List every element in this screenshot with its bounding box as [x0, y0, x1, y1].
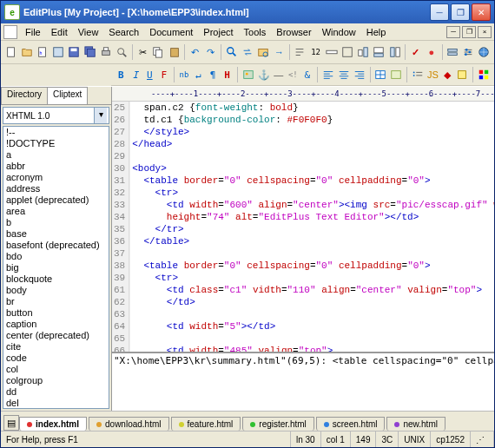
- cliptext-item[interactable]: center (deprecated): [3, 330, 109, 341]
- color-button[interactable]: [477, 65, 491, 84]
- document-tab[interactable]: feature.html: [171, 417, 241, 431]
- nbsp-button[interactable]: nb: [178, 65, 191, 84]
- comment-button[interactable]: <!: [287, 65, 300, 84]
- cliptext-item[interactable]: button: [3, 307, 109, 319]
- applet-button[interactable]: ◆: [441, 65, 454, 84]
- menu-window[interactable]: Window: [317, 25, 361, 39]
- findfiles-button[interactable]: [256, 43, 271, 62]
- new-html-button[interactable]: h: [35, 43, 50, 62]
- find-button[interactable]: [224, 43, 239, 62]
- undo-button[interactable]: ↶: [188, 43, 202, 62]
- align-center-button[interactable]: [337, 65, 351, 84]
- document-tab[interactable]: index.html: [19, 417, 87, 431]
- menu-tools[interactable]: Tools: [239, 25, 272, 39]
- record-macro-button[interactable]: ●: [424, 43, 439, 62]
- document-tab[interactable]: screen.html: [316, 417, 386, 431]
- cliptext-item[interactable]: del: [3, 398, 109, 409]
- goto-button[interactable]: →: [272, 43, 287, 62]
- ruler-button[interactable]: [324, 43, 339, 62]
- paste-button[interactable]: [167, 43, 182, 62]
- menu-file[interactable]: File: [20, 25, 46, 39]
- anchor-button[interactable]: ⚓: [257, 65, 271, 84]
- mdi-doc-icon[interactable]: [3, 25, 17, 39]
- table-button[interactable]: [373, 65, 387, 84]
- align-right-button[interactable]: [353, 65, 366, 84]
- preferences-button[interactable]: [461, 43, 476, 62]
- menu-project[interactable]: Project: [198, 25, 238, 39]
- redo-button[interactable]: ↷: [203, 43, 218, 62]
- cliptext-item[interactable]: col: [3, 364, 109, 375]
- cliptext-item[interactable]: a: [3, 149, 109, 161]
- cliptext-item[interactable]: colgroup: [3, 375, 109, 386]
- title-bar[interactable]: e EditPlus [My Project] - [X:\home\EPP3\…: [1, 1, 494, 23]
- list-button[interactable]: [411, 65, 425, 84]
- mdi-minimize[interactable]: ─: [446, 26, 460, 38]
- mdi-close[interactable]: ×: [478, 26, 492, 38]
- cliptext-item[interactable]: base: [3, 228, 109, 240]
- bold-button[interactable]: B: [115, 65, 128, 84]
- mdi-restore[interactable]: ❐: [462, 26, 476, 38]
- break-button[interactable]: ↵: [192, 65, 205, 84]
- cliptext-list[interactable]: !--!DOCTYPEaabbracronymaddressapplet (de…: [3, 126, 109, 409]
- italic-button[interactable]: I: [129, 65, 142, 84]
- cliptext-item[interactable]: area: [3, 206, 109, 217]
- cliptext-item[interactable]: big: [3, 262, 109, 273]
- output-panel[interactable]: "X:\home\EPP3\kr\summary.html"(69,5): <t…: [112, 352, 494, 411]
- preview-button[interactable]: [115, 43, 129, 62]
- wordwrap-button[interactable]: [293, 43, 307, 62]
- cliptext-item[interactable]: applet (deprecated): [3, 194, 109, 206]
- cliptext-item[interactable]: blockquote: [3, 273, 109, 285]
- document-tab[interactable]: register.html: [242, 417, 314, 431]
- new-browser-button[interactable]: [51, 43, 66, 62]
- char-button[interactable]: &: [301, 65, 314, 84]
- image-button[interactable]: [241, 65, 255, 84]
- cliptext-item[interactable]: br: [3, 296, 109, 307]
- menu-view[interactable]: View: [73, 25, 104, 39]
- heading-button[interactable]: H: [221, 65, 234, 84]
- new-file-button[interactable]: [3, 43, 18, 62]
- doclist-button[interactable]: [387, 43, 402, 62]
- resize-grip[interactable]: ⋰: [471, 432, 494, 447]
- minimize-button[interactable]: ─: [430, 3, 449, 21]
- menu-edit[interactable]: Edit: [46, 25, 73, 39]
- script-button[interactable]: JS: [426, 65, 439, 84]
- cliptext-item[interactable]: address: [3, 183, 109, 194]
- settings-button[interactable]: [445, 43, 459, 62]
- cliptext-item[interactable]: bdo: [3, 251, 109, 262]
- underline-button[interactable]: U: [143, 65, 156, 84]
- save-all-button[interactable]: [82, 43, 97, 62]
- form-button[interactable]: [389, 65, 403, 84]
- open-button[interactable]: [19, 43, 34, 62]
- hr-button[interactable]: —: [273, 65, 286, 84]
- doc-selector-button[interactable]: ▤: [3, 415, 19, 431]
- sidebar-tab-cliptext[interactable]: Cliptext: [47, 87, 88, 104]
- cliptext-item[interactable]: cite: [3, 341, 109, 352]
- replace-button[interactable]: [240, 43, 254, 62]
- cliptext-item[interactable]: basefont (deprecated): [3, 240, 109, 251]
- code-editor[interactable]: 25 26 27 28 29 30 31 32 33 34 35 36 37 3…: [112, 102, 494, 352]
- browser-button[interactable]: [477, 43, 492, 62]
- menu-help[interactable]: Help: [361, 25, 392, 39]
- menu-browser[interactable]: Browser: [271, 25, 316, 39]
- cliptext-item[interactable]: caption: [3, 319, 109, 330]
- object-button[interactable]: [455, 65, 469, 84]
- cliptext-item[interactable]: dd: [3, 386, 109, 398]
- cliptext-item[interactable]: body: [3, 285, 109, 296]
- linenumbers-button[interactable]: 12: [308, 43, 323, 62]
- menu-document[interactable]: Document: [144, 25, 198, 39]
- fullscreen-button[interactable]: [340, 43, 354, 62]
- cliptext-item[interactable]: !DOCTYPE: [3, 138, 109, 149]
- copy-button[interactable]: [151, 43, 166, 62]
- sidebar-tab-directory[interactable]: Directory: [1, 87, 48, 104]
- print-button[interactable]: [98, 43, 113, 62]
- menu-search[interactable]: Search: [103, 25, 144, 39]
- document-tab[interactable]: new.html: [386, 417, 445, 431]
- spellcheck-button[interactable]: ✓: [408, 43, 423, 62]
- align-left-button[interactable]: [321, 65, 335, 84]
- document-tab[interactable]: download.html: [89, 417, 168, 431]
- cliptext-item[interactable]: !--: [3, 127, 109, 138]
- close-button[interactable]: ✕: [472, 3, 491, 21]
- cliptext-item[interactable]: code: [3, 352, 109, 364]
- cliptext-combo[interactable]: XHTML 1.0: [3, 107, 109, 124]
- maximize-button[interactable]: ❐: [451, 3, 470, 21]
